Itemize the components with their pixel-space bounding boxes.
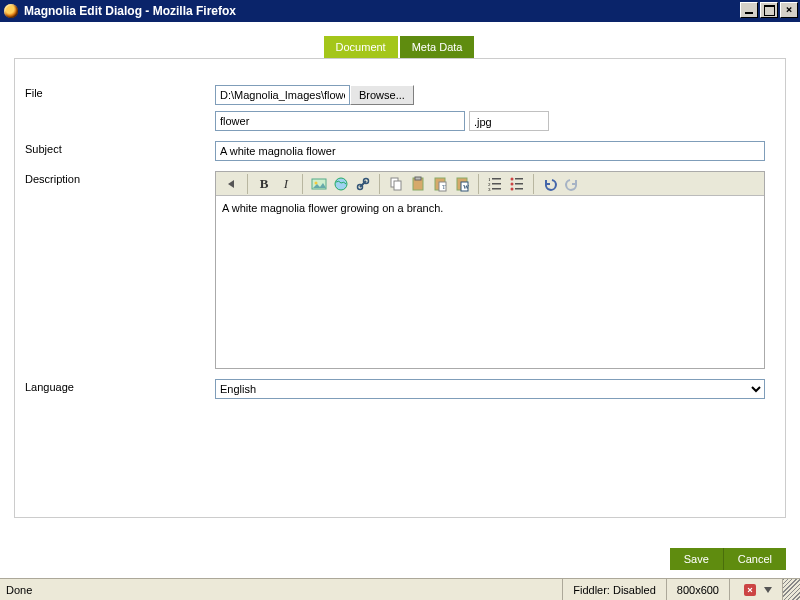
- status-bar: Done Fiddler: Disabled 800x600: [0, 578, 800, 600]
- bold-button[interactable]: B: [254, 174, 274, 194]
- browse-button[interactable]: Browse...: [350, 85, 414, 105]
- label-subject: Subject: [25, 141, 215, 155]
- label-language: Language: [25, 379, 215, 393]
- row-description: Description B I T: [25, 171, 765, 369]
- dialog-tabs: Document Meta Data: [14, 36, 786, 58]
- svg-rect-26: [515, 188, 523, 190]
- svg-rect-6: [394, 181, 401, 190]
- paste-word-icon[interactable]: W: [452, 174, 472, 194]
- paste-text-icon[interactable]: T: [430, 174, 450, 194]
- svg-text:T: T: [442, 184, 446, 190]
- language-select[interactable]: English: [215, 379, 765, 399]
- status-text: Done: [0, 584, 562, 596]
- svg-rect-20: [492, 188, 501, 190]
- dialog-actions: Save Cancel: [670, 548, 786, 570]
- svg-rect-8: [415, 177, 421, 180]
- status-dimensions: 800x600: [666, 579, 729, 600]
- globe-icon[interactable]: [331, 174, 351, 194]
- tab-metadata[interactable]: Meta Data: [400, 36, 475, 58]
- file-path-input[interactable]: [215, 85, 350, 105]
- description-textarea[interactable]: [216, 196, 764, 366]
- svg-rect-18: [492, 183, 501, 185]
- svg-point-2: [335, 178, 347, 190]
- redo-icon[interactable]: [562, 174, 582, 194]
- svg-text:3: 3: [488, 187, 491, 192]
- svg-text:W: W: [463, 184, 469, 190]
- status-adblock[interactable]: [729, 579, 782, 600]
- window-maximize-button[interactable]: [760, 2, 778, 18]
- file-name-input[interactable]: [215, 111, 465, 131]
- window-close-button[interactable]: ×: [780, 2, 798, 18]
- insert-image-icon[interactable]: [309, 174, 329, 194]
- subject-input[interactable]: [215, 141, 765, 161]
- tab-document[interactable]: Document: [324, 36, 398, 58]
- edit-dialog: Document Meta Data File Browse... .jpg S…: [14, 36, 786, 592]
- row-file: File Browse... .jpg: [25, 85, 765, 131]
- tab-panel-document: File Browse... .jpg Subject Description: [14, 58, 786, 518]
- svg-rect-22: [515, 178, 523, 180]
- save-button[interactable]: Save: [670, 548, 724, 570]
- svg-rect-24: [515, 183, 523, 185]
- window-titlebar: Magnolia Edit Dialog - Mozilla Firefox ×: [0, 0, 800, 22]
- svg-point-25: [511, 187, 514, 190]
- copy-icon[interactable]: [386, 174, 406, 194]
- italic-button[interactable]: I: [276, 174, 296, 194]
- label-description: Description: [25, 171, 215, 185]
- row-subject: Subject: [25, 141, 765, 161]
- rte-expand-icon[interactable]: [221, 174, 241, 194]
- ordered-list-icon[interactable]: 123: [485, 174, 505, 194]
- window-minimize-button[interactable]: [740, 2, 758, 18]
- unordered-list-icon[interactable]: [507, 174, 527, 194]
- file-extension: .jpg: [469, 111, 549, 131]
- svg-rect-16: [492, 178, 501, 180]
- status-fiddler[interactable]: Fiddler: Disabled: [562, 579, 666, 600]
- firefox-icon: [4, 4, 18, 18]
- label-file: File: [25, 85, 215, 99]
- cancel-button[interactable]: Cancel: [724, 548, 786, 570]
- svg-point-21: [511, 177, 514, 180]
- undo-icon[interactable]: [540, 174, 560, 194]
- adblock-icon: [744, 584, 756, 596]
- rte-toolbar: B I T W 123: [216, 172, 764, 196]
- rich-text-editor: B I T W 123: [215, 171, 765, 369]
- row-language: Language English: [25, 379, 765, 399]
- link-icon[interactable]: [353, 174, 373, 194]
- resize-grip[interactable]: [782, 579, 800, 600]
- svg-point-23: [511, 182, 514, 185]
- window-title: Magnolia Edit Dialog - Mozilla Firefox: [24, 4, 236, 18]
- paste-icon[interactable]: [408, 174, 428, 194]
